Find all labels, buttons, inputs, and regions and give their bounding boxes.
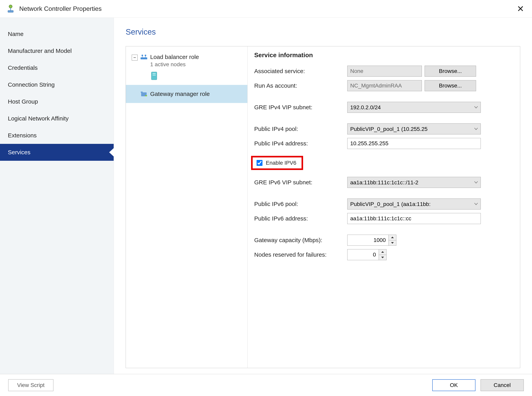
tree-gateway-manager-label: Gateway manager role <box>150 91 210 97</box>
services-panel: − Load balancer role 1 active nodes <box>126 46 520 368</box>
run-as-browse-button[interactable]: Browse... <box>425 80 476 91</box>
close-button[interactable]: ✕ <box>515 3 526 15</box>
public-ipv6-address-input[interactable] <box>347 213 481 224</box>
label-gre-ipv6: GRE IPv6 VIP subnet: <box>254 179 345 186</box>
tree-load-balancer-sub: 1 active nodes <box>150 61 199 68</box>
svg-rect-7 <box>153 73 156 74</box>
svg-rect-3 <box>141 57 147 59</box>
associated-service-browse-button[interactable]: Browse... <box>425 66 476 77</box>
public-ipv4-address-input[interactable] <box>347 138 481 149</box>
gateway-capacity-down-icon[interactable] <box>389 240 396 246</box>
run-as-input[interactable] <box>347 80 422 91</box>
label-public-ipv4-address: Public IPv4 address: <box>254 140 345 147</box>
sidebar-item-connection-string[interactable]: Connection String <box>0 76 114 93</box>
associated-service-input[interactable] <box>347 66 422 77</box>
svg-point-5 <box>145 55 146 56</box>
load-balancer-icon <box>140 53 147 61</box>
gre-ipv6-select[interactable]: aa1a:11bb:111c:1c1c::/11-2 <box>347 177 481 188</box>
window-root: Network Controller Properties ✕ Name Man… <box>0 0 532 396</box>
node-icon[interactable] <box>151 71 158 81</box>
tree-load-balancer-label: Load balancer role <box>150 54 199 60</box>
svg-point-0 <box>9 5 12 8</box>
svg-rect-2 <box>8 10 13 12</box>
row-public-ipv6-pool: Public IPv6 pool: PublicVIP_0_pool_1 (aa… <box>254 197 513 211</box>
tree-gateway-manager-role[interactable]: Gateway manager role <box>126 85 247 103</box>
enable-ipv6-highlight: Enable IPV6 <box>251 156 303 170</box>
network-controller-icon <box>6 4 15 14</box>
public-ipv4-pool-select[interactable]: PublicVIP_0_pool_1 (10.255.25 <box>347 123 481 134</box>
collapse-toggle-icon[interactable]: − <box>132 55 138 61</box>
footer: View Script OK Cancel <box>0 374 532 396</box>
svg-rect-10 <box>141 92 143 93</box>
sidebar-item-extensions[interactable]: Extensions <box>0 127 114 144</box>
label-run-as-account: Run As account: <box>254 82 345 89</box>
sidebar-item-manufacturer-model[interactable]: Manufacturer and Model <box>0 42 114 59</box>
gateway-capacity-spinner <box>347 235 396 246</box>
row-gre-ipv4: GRE IPv4 VIP subnet: 192.0.2.0/24 <box>254 100 513 115</box>
nodes-reserved-spinner <box>347 249 386 260</box>
svg-rect-1 <box>10 8 11 10</box>
gateway-manager-icon <box>140 90 147 98</box>
enable-ipv6-label: Enable IPV6 <box>266 160 296 166</box>
label-public-ipv6-pool: Public IPv6 pool: <box>254 201 345 207</box>
public-ipv6-pool-select[interactable]: PublicVIP_0_pool_1 (aa1a:11bb: <box>347 198 481 210</box>
sidebar-item-services[interactable]: Services <box>0 144 114 161</box>
body: Name Manufacturer and Model Credentials … <box>0 18 532 374</box>
enable-ipv6-checkbox[interactable] <box>257 160 262 166</box>
svg-rect-11 <box>145 95 147 96</box>
row-public-ipv6-address: Public IPv6 address: <box>254 211 513 226</box>
label-gateway-capacity: Gateway capacity (Mbps): <box>254 237 345 244</box>
row-run-as-account: Run As account: Browse... <box>254 78 513 93</box>
ok-button[interactable]: OK <box>432 379 475 391</box>
svg-point-4 <box>141 55 143 56</box>
row-gre-ipv6: GRE IPv6 VIP subnet: aa1a:11bb:111c:1c1c… <box>254 175 513 190</box>
label-public-ipv4-pool: Public IPv4 pool: <box>254 126 345 132</box>
nodes-reserved-down-icon[interactable] <box>379 255 386 260</box>
gateway-capacity-input[interactable] <box>347 235 389 246</box>
titlebar: Network Controller Properties ✕ <box>0 0 532 18</box>
row-nodes-reserved: Nodes reserved for failures: <box>254 247 513 262</box>
svg-rect-8 <box>153 75 156 76</box>
label-nodes-reserved: Nodes reserved for failures: <box>254 251 345 258</box>
sidebar-item-name[interactable]: Name <box>0 26 114 42</box>
nodes-reserved-up-icon[interactable] <box>379 249 386 255</box>
view-script-button[interactable]: View Script <box>8 379 53 391</box>
row-public-ipv4-address: Public IPv4 address: <box>254 136 513 151</box>
section-heading: Service information <box>254 52 513 59</box>
gateway-capacity-up-icon[interactable] <box>389 235 396 240</box>
row-public-ipv4-pool: Public IPv4 pool: PublicVIP_0_pool_1 (10… <box>254 122 513 136</box>
service-form: Service information Associated service: … <box>248 46 520 368</box>
sidebar-item-logical-network-affinity[interactable]: Logical Network Affinity <box>0 110 114 127</box>
tree-load-balancer-role[interactable]: − Load balancer role 1 active nodes <box>126 50 247 68</box>
window-title: Network Controller Properties <box>19 5 102 12</box>
role-tree: − Load balancer role 1 active nodes <box>126 46 248 368</box>
label-associated-service: Associated service: <box>254 68 345 75</box>
gre-ipv4-select[interactable]: 192.0.2.0/24 <box>347 102 481 113</box>
label-public-ipv6-address: Public IPv6 address: <box>254 215 345 222</box>
row-associated-service: Associated service: Browse... <box>254 64 513 78</box>
row-enable-ipv6: Enable IPV6 <box>254 151 513 175</box>
label-gre-ipv4: GRE IPv4 VIP subnet: <box>254 104 345 111</box>
nodes-reserved-input[interactable] <box>347 249 379 260</box>
row-gateway-capacity: Gateway capacity (Mbps): <box>254 233 513 247</box>
page-title: Services <box>126 28 520 36</box>
sidebar-item-credentials[interactable]: Credentials <box>0 59 114 76</box>
cancel-button[interactable]: Cancel <box>481 379 524 391</box>
sidebar: Name Manufacturer and Model Credentials … <box>0 18 114 374</box>
main: Services − Load balancer role <box>114 18 532 374</box>
sidebar-item-host-group[interactable]: Host Group <box>0 93 114 110</box>
